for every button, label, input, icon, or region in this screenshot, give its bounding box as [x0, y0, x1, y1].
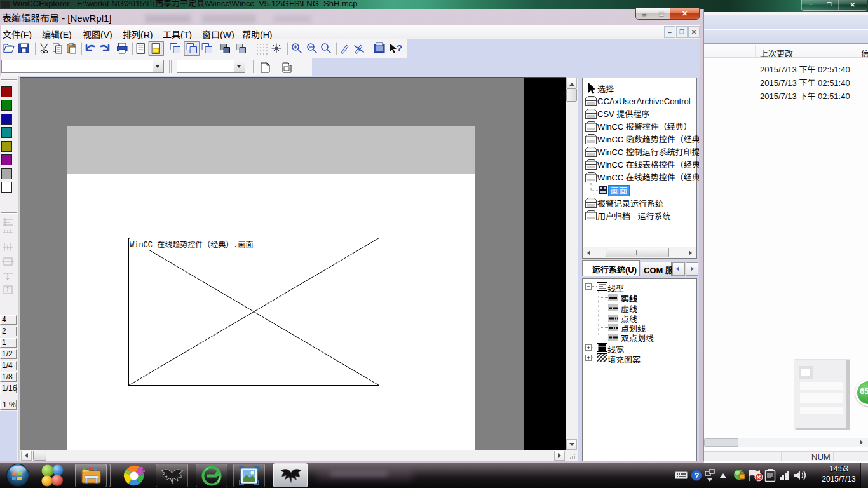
svg-text:?: ? — [695, 471, 700, 480]
svg-text:?: ? — [397, 43, 402, 53]
